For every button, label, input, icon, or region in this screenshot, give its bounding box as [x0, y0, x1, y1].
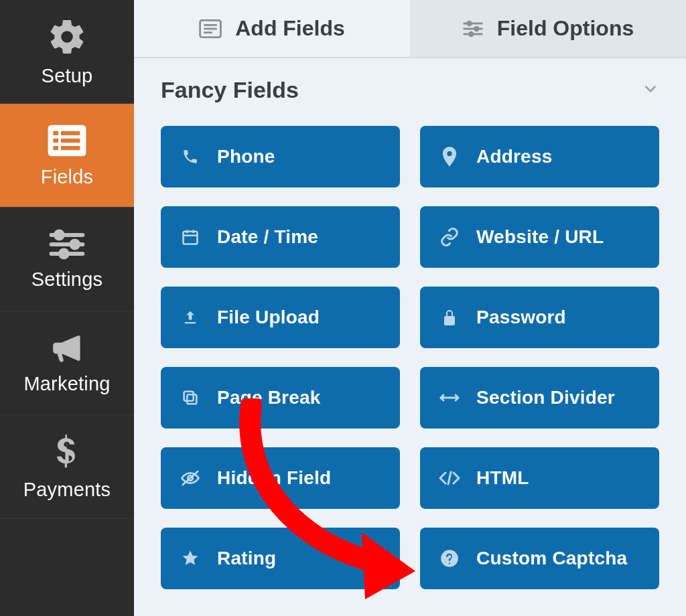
sidebar-item-payments[interactable]: Payments	[0, 415, 134, 519]
sidebar-item-label: Settings	[31, 268, 102, 291]
svg-point-10	[71, 240, 78, 248]
svg-rect-4	[61, 138, 80, 142]
field-phone[interactable]: Phone	[161, 126, 400, 187]
bullhorn-icon	[48, 331, 86, 365]
tab-field-options[interactable]: Field Options	[410, 0, 686, 57]
field-label: Page Break	[217, 387, 321, 408]
sidebar-item-fields[interactable]: Fields	[0, 104, 134, 208]
fields-grid: Phone Address Date / Time Website / URL	[134, 119, 686, 616]
section-header[interactable]: Fancy Fields	[134, 58, 686, 119]
sidebar-item-settings[interactable]: Settings	[0, 208, 134, 311]
field-page-break[interactable]: Page Break	[161, 367, 400, 429]
map-pin-icon	[437, 147, 462, 167]
sidebar-item-label: Setup	[42, 65, 93, 87]
sidebar: Setup Fields Settings Marketing Payments	[0, 0, 134, 616]
copy-icon	[178, 388, 202, 407]
sliders-icon	[462, 19, 484, 38]
sidebar-item-setup[interactable]: Setup	[0, 0, 134, 104]
svg-rect-5	[53, 146, 58, 150]
field-label: Rating	[217, 548, 276, 569]
form-icon	[199, 19, 222, 38]
field-label: Hidden Field	[217, 467, 331, 489]
main-panel: Add Fields Field Options Fancy Fields Ph…	[134, 0, 686, 616]
svg-rect-27	[187, 394, 196, 404]
field-label: Section Divider	[476, 387, 615, 408]
field-website-url[interactable]: Website / URL	[420, 206, 659, 268]
field-file-upload[interactable]: File Upload	[161, 287, 400, 348]
chevron-down-icon	[642, 80, 659, 100]
upload-icon	[178, 308, 202, 327]
svg-point-20	[474, 27, 478, 30]
dollar-icon	[54, 433, 80, 471]
arrows-horizontal-icon	[437, 391, 462, 404]
field-label: Phone	[217, 146, 275, 167]
sliders-icon	[48, 228, 86, 260]
field-html[interactable]: HTML	[420, 447, 659, 509]
eye-slash-icon	[178, 469, 202, 487]
phone-icon	[178, 148, 202, 165]
list-icon	[46, 123, 88, 158]
field-section-divider[interactable]: Section Divider	[420, 367, 659, 429]
tabs: Add Fields Field Options	[134, 0, 686, 58]
tab-label: Field Options	[497, 16, 634, 41]
star-icon	[178, 549, 202, 568]
sidebar-item-label: Fields	[41, 166, 94, 188]
field-custom-captcha[interactable]: Custom Captcha	[420, 528, 659, 589]
gear-icon	[47, 17, 87, 57]
field-hidden-field[interactable]: Hidden Field	[161, 447, 400, 509]
svg-point-18	[468, 21, 471, 25]
svg-point-22	[469, 32, 472, 35]
svg-rect-28	[184, 392, 194, 401]
field-label: File Upload	[217, 307, 320, 328]
svg-rect-3	[53, 138, 58, 142]
sidebar-item-label: Payments	[23, 479, 111, 501]
sidebar-item-marketing[interactable]: Marketing	[0, 311, 134, 415]
svg-line-32	[448, 472, 451, 484]
question-circle-icon	[437, 549, 462, 568]
link-icon	[437, 227, 462, 247]
field-label: Custom Captcha	[476, 548, 627, 569]
svg-rect-1	[53, 131, 58, 135]
field-date-time[interactable]: Date / Time	[161, 206, 400, 268]
svg-rect-6	[61, 146, 80, 150]
field-label: Date / Time	[217, 226, 318, 248]
svg-point-12	[60, 250, 68, 257]
field-password[interactable]: Password	[420, 287, 659, 348]
field-label: Website / URL	[476, 226, 604, 248]
section-title: Fancy Fields	[161, 77, 299, 103]
tab-label: Add Fields	[235, 16, 345, 41]
field-label: Password	[476, 307, 566, 328]
field-address[interactable]: Address	[420, 126, 659, 187]
lock-icon	[437, 308, 462, 327]
calendar-icon	[178, 228, 202, 246]
sidebar-item-label: Marketing	[23, 373, 110, 395]
field-rating[interactable]: Rating	[161, 528, 400, 589]
tab-add-fields[interactable]: Add Fields	[134, 0, 410, 57]
field-label: HTML	[476, 467, 529, 489]
svg-rect-2	[61, 131, 80, 135]
svg-point-8	[56, 231, 63, 238]
field-label: Address	[476, 146, 552, 167]
svg-rect-23	[184, 232, 198, 244]
code-icon	[437, 470, 462, 486]
